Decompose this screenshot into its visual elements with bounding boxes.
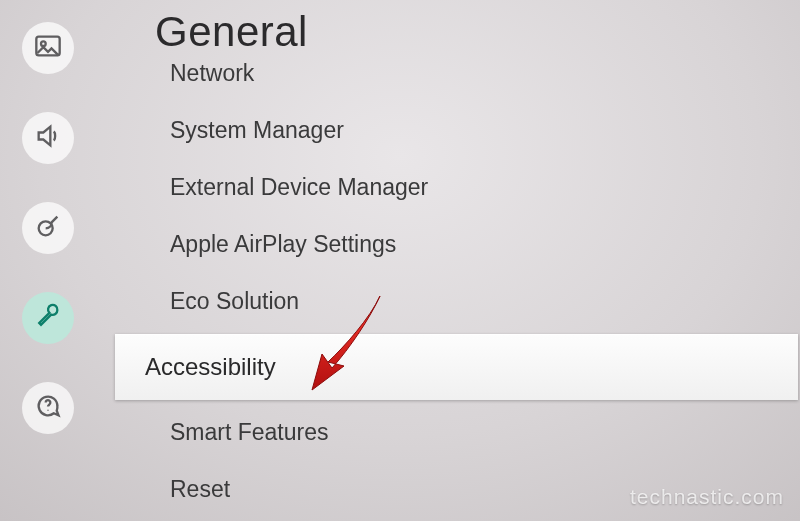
menu-item-accessibility[interactable]: Accessibility (115, 334, 798, 400)
settings-list: Network System Manager External Device M… (115, 56, 800, 518)
menu-item-external-device[interactable]: External Device Manager (115, 159, 800, 216)
satellite-icon (34, 212, 62, 244)
sidebar-item-broadcast[interactable] (22, 202, 74, 254)
menu-item-airplay[interactable]: Apple AirPlay Settings (115, 216, 800, 273)
sidebar-item-general[interactable] (22, 292, 74, 344)
sidebar-item-picture[interactable] (22, 22, 74, 74)
menu-item-smart-features[interactable]: Smart Features (115, 404, 800, 461)
watermark: technastic.com (630, 485, 784, 509)
picture-icon (34, 32, 62, 64)
speaker-icon (34, 122, 62, 154)
menu-item-network[interactable]: Network (115, 56, 800, 102)
sidebar-item-sound[interactable] (22, 112, 74, 164)
svg-point-1 (41, 41, 46, 46)
page-title: General (155, 0, 800, 56)
svg-point-3 (47, 410, 48, 411)
menu-item-system-manager[interactable]: System Manager (115, 102, 800, 159)
wrench-icon (34, 302, 62, 334)
settings-panel: General Network System Manager External … (115, 0, 800, 521)
menu-item-eco-solution[interactable]: Eco Solution (115, 273, 800, 330)
sidebar-item-support[interactable] (22, 382, 74, 434)
settings-sidebar (0, 0, 95, 521)
support-icon (34, 392, 62, 424)
